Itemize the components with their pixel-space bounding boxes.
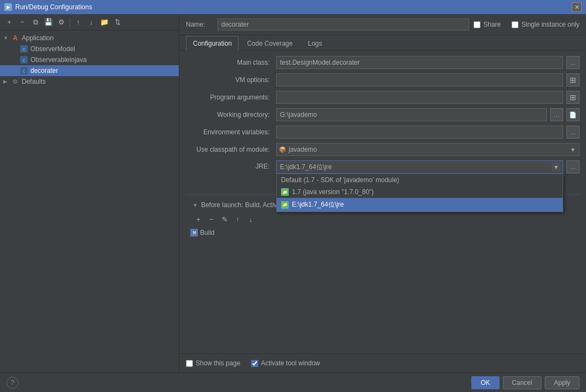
- config-area: Main class: … VM options: ⊞ Program argu…: [179, 51, 586, 353]
- cancel-button[interactable]: Cancel: [503, 376, 541, 389]
- jre-option-icon: 📁: [281, 201, 289, 209]
- toolbar-separator: [70, 18, 70, 27]
- tab-logs[interactable]: Logs: [301, 36, 329, 51]
- class-icon: c: [20, 66, 28, 75]
- tree-node-label: Observerableinjava: [30, 56, 86, 64]
- single-instance-checkbox-label[interactable]: Single instance only: [512, 21, 579, 28]
- tree-node-decorater[interactable]: c decorater: [0, 65, 179, 76]
- jre-option-custom[interactable]: 📁 E:\jdk1.7_64位\jre: [277, 198, 563, 211]
- show-this-page-checkbox[interactable]: [186, 360, 193, 367]
- tab-code-coverage[interactable]: Code Coverage: [240, 36, 300, 51]
- program-arguments-row: Program arguments: ⊞: [186, 91, 579, 104]
- jre-dropdown-wrapper: E:\jdk1.7_64位\jre ▼ Default (1.7 - SDK o…: [276, 160, 563, 173]
- show-this-page-label[interactable]: Show this page: [186, 359, 240, 367]
- jre-browse-button[interactable]: …: [566, 160, 579, 173]
- activate-tool-window-text: Activate tool window: [261, 359, 320, 367]
- working-directory-browse-button[interactable]: …: [550, 108, 563, 121]
- main-class-label: Main class:: [186, 59, 273, 66]
- use-classpath-row: Use classpath of module: 📦 javademo ▼: [186, 143, 579, 156]
- move-down-button[interactable]: ↓: [85, 16, 97, 28]
- before-launch-toolbar: + − ✎ ↑ ↓: [186, 211, 579, 227]
- working-directory-input[interactable]: [276, 108, 547, 121]
- working-directory-file-button[interactable]: 📄: [566, 108, 579, 121]
- jre-dropdown-arrow: ▼: [552, 162, 560, 172]
- program-arguments-input[interactable]: [276, 91, 563, 104]
- title-bar: ▶ Run/Debug Configurations ✕: [0, 0, 586, 14]
- environment-variables-input[interactable]: [276, 126, 563, 139]
- environment-variables-browse-button[interactable]: …: [566, 126, 579, 139]
- folder-button[interactable]: 📁: [98, 16, 110, 28]
- activate-tool-window-checkbox[interactable]: [251, 360, 258, 367]
- before-launch-add-button[interactable]: +: [192, 213, 204, 225]
- close-button[interactable]: ✕: [572, 2, 582, 12]
- environment-variables-label: Environment variables:: [186, 128, 273, 136]
- tree-node-label: ObserverModel: [30, 45, 75, 53]
- tree-node-observermodel[interactable]: c ObserverModel: [0, 43, 179, 54]
- before-launch-down-button[interactable]: ↓: [245, 213, 257, 225]
- single-instance-checkbox[interactable]: [512, 21, 519, 28]
- classpath-module-icon: 📦: [279, 146, 286, 153]
- apply-button[interactable]: Apply: [545, 376, 579, 389]
- name-row: Name: Share Single instance only: [179, 14, 586, 35]
- name-field-label: Name:: [186, 21, 213, 28]
- jre-option-default[interactable]: Default (1.7 - SDK of 'javademo' module): [277, 174, 563, 186]
- application-icon: A: [11, 34, 20, 42]
- jre-option-label: E:\jdk1.7_64位\jre: [292, 200, 344, 209]
- tree-expand-arrow: ▼: [3, 35, 9, 41]
- sort-button[interactable]: ⇅: [111, 16, 123, 28]
- working-directory-row: Working directory: … 📄: [186, 108, 579, 121]
- settings-config-button[interactable]: ⚙: [55, 16, 67, 28]
- main-class-browse-button[interactable]: …: [566, 56, 579, 69]
- tab-configuration[interactable]: Configuration: [186, 36, 239, 51]
- remove-config-button[interactable]: −: [16, 16, 28, 28]
- tree-node-label: Application: [22, 34, 54, 42]
- bottom-checkboxes: Show this page Activate tool window: [179, 353, 586, 372]
- share-checkbox[interactable]: [473, 21, 481, 28]
- jre-row: JRE: E:\jdk1.7_64位\jre ▼ Default (1.7 - …: [186, 160, 579, 173]
- app-icon: ▶: [4, 3, 12, 11]
- footer: ? OK Cancel Apply: [0, 372, 586, 392]
- share-checkbox-label[interactable]: Share: [473, 21, 501, 28]
- jre-option-17[interactable]: 📁 1.7 (java version "1.7.0_80"): [277, 186, 563, 198]
- program-arguments-expand-button[interactable]: ⊞: [566, 91, 579, 104]
- copy-config-button[interactable]: ⧉: [29, 16, 41, 28]
- name-field-input[interactable]: [217, 18, 469, 30]
- jre-select-display[interactable]: E:\jdk1.7_64位\jre ▼: [276, 160, 563, 173]
- configuration-tree: ▼ A Application c ObserverModel c Observ…: [0, 30, 179, 372]
- config-tabs-bar: Configuration Code Coverage Logs: [179, 35, 586, 51]
- before-launch-build-item: ⚒ Build: [186, 227, 579, 238]
- add-config-button[interactable]: +: [3, 16, 15, 28]
- dialog-title: Run/Debug Configurations: [15, 3, 92, 11]
- before-launch-up-button[interactable]: ↑: [232, 213, 244, 225]
- main-class-input[interactable]: [276, 56, 563, 69]
- share-area: Share Single instance only: [473, 21, 579, 28]
- left-toolbar: + − ⧉ 💾 ⚙ ↑ ↓ 📁 ⇅: [0, 14, 179, 30]
- tree-node-label: Defaults: [22, 78, 46, 85]
- vm-options-row: VM options: ⊞: [186, 73, 579, 86]
- save-config-button[interactable]: 💾: [42, 16, 54, 28]
- jre-option-label: 1.7 (java version "1.7.0_80"): [292, 188, 374, 196]
- ok-button[interactable]: OK: [471, 376, 499, 389]
- before-launch-arrow: ▼: [192, 202, 198, 208]
- working-directory-label: Working directory:: [186, 111, 273, 119]
- tree-node-application[interactable]: ▼ A Application: [0, 33, 179, 43]
- build-label: Build: [200, 229, 215, 237]
- use-classpath-label: Use classpath of module:: [186, 146, 273, 153]
- move-up-button[interactable]: ↑: [72, 16, 84, 28]
- tree-node-observerableinjava[interactable]: c Observerableinjava: [0, 54, 179, 65]
- tree-node-defaults[interactable]: ▶ ⚙ Defaults: [0, 76, 179, 87]
- vm-options-expand-button[interactable]: ⊞: [566, 73, 579, 86]
- vm-options-input[interactable]: [276, 73, 563, 86]
- build-icon: ⚒: [190, 229, 198, 237]
- left-panel: + − ⧉ 💾 ⚙ ↑ ↓ 📁 ⇅ ▼ A Application: [0, 14, 179, 372]
- activate-tool-window-label[interactable]: Activate tool window: [251, 359, 320, 367]
- class-icon: c: [20, 55, 28, 64]
- environment-variables-row: Environment variables: …: [186, 126, 579, 139]
- before-launch-remove-button[interactable]: −: [205, 213, 217, 225]
- tree-node-label: decorater: [30, 67, 58, 74]
- jre-option-icon: 📁: [281, 188, 289, 196]
- before-launch-edit-button[interactable]: ✎: [219, 213, 230, 225]
- help-button[interactable]: ?: [7, 377, 18, 389]
- class-icon: c: [20, 45, 28, 53]
- main-class-row: Main class: …: [186, 56, 579, 69]
